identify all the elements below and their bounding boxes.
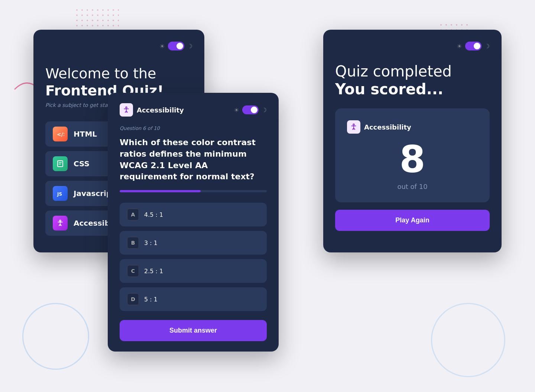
quiz-card: Accessibility ☀ ☽ Question 6 of 10 Which… [108, 93, 279, 352]
answer-list: A 4.5 : 1 B 3 : 1 C 2.5 : 1 D 5 : 1 [120, 203, 267, 311]
subject-name-html: HTML [74, 130, 97, 138]
question-text: Which of these color contrast ratios def… [120, 137, 267, 183]
score-number: 8 [399, 141, 425, 178]
score-label: out of 10 [397, 183, 427, 190]
results-moon-icon: ☽ [484, 43, 490, 50]
answer-letter-a: A [127, 209, 139, 220]
answer-text-b: 3 : 1 [144, 239, 158, 246]
svg-rect-1 [58, 161, 63, 167]
results-title: Quiz completed You scored... [335, 62, 490, 98]
quiz-header: Accessibility ☀ ☽ [120, 103, 267, 117]
quiz-moon-icon: ☽ [262, 107, 267, 114]
answer-item-d[interactable]: D 5 : 1 [120, 287, 267, 311]
score-card: Accessibility 8 out of 10 [335, 108, 490, 202]
answer-text-d: 5 : 1 [144, 296, 158, 303]
welcome-theme-controls: ☀ ☽ [159, 42, 192, 50]
answer-letter-d: D [127, 293, 139, 305]
submit-button[interactable]: Submit answer [120, 320, 267, 341]
results-brand-icon [347, 120, 360, 134]
quiz-brand: Accessibility [120, 103, 184, 117]
svg-text:JS: JS [57, 192, 62, 197]
quiz-sun-icon: ☀ [234, 107, 239, 114]
progress-bar [120, 190, 267, 192]
answer-item-b[interactable]: B 3 : 1 [120, 231, 267, 255]
results-sun-icon: ☀ [457, 43, 462, 50]
results-card: ☀ ☽ Quiz completed You scored... Accessi… [323, 30, 502, 252]
answer-letter-b: B [127, 237, 139, 249]
svg-text:</>: </> [57, 131, 64, 137]
results-header: ☀ ☽ [335, 42, 490, 50]
answer-item-c[interactable]: C 2.5 : 1 [120, 259, 267, 283]
sun-icon: ☀ [159, 43, 165, 50]
quiz-theme-toggle[interactable] [242, 105, 259, 114]
welcome-header: ☀ ☽ [45, 42, 192, 50]
question-counter: Question 6 of 10 [120, 125, 267, 131]
results-theme-toggle[interactable] [465, 42, 482, 50]
js-icon: JS [53, 186, 68, 201]
quiz-theme-controls: ☀ ☽ [234, 105, 267, 114]
html-icon: </> [53, 127, 68, 141]
svg-point-5 [59, 220, 61, 222]
cards-container: ☀ ☽ Welcome to the Frontend Quiz! Pick a… [33, 30, 502, 362]
svg-point-7 [353, 124, 354, 125]
css-icon [53, 156, 68, 171]
svg-point-6 [126, 107, 127, 108]
answer-letter-c: C [127, 265, 139, 277]
quiz-brand-name: Accessibility [137, 106, 184, 114]
progress-fill [120, 190, 201, 192]
results-brand-name: Accessibility [364, 123, 411, 131]
quiz-brand-icon [120, 103, 133, 117]
a11y-icon-welcome [53, 216, 68, 231]
answer-text-a: 4.5 : 1 [144, 211, 163, 218]
answer-item-a[interactable]: A 4.5 : 1 [120, 203, 267, 226]
score-brand: Accessibility [347, 120, 411, 134]
results-theme-controls: ☀ ☽ [457, 42, 490, 50]
moon-icon: ☽ [187, 43, 192, 50]
answer-text-c: 2.5 : 1 [144, 268, 163, 275]
welcome-theme-toggle[interactable] [168, 42, 184, 50]
subject-name-css: CSS [74, 159, 90, 168]
play-again-button[interactable]: Play Again [335, 210, 490, 231]
